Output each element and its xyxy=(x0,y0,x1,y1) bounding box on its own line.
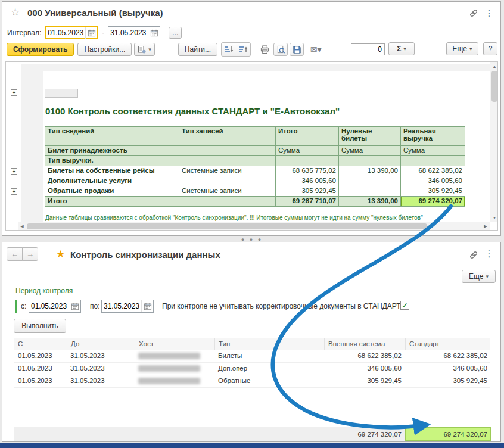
report-cell[interactable]: Системные записи xyxy=(179,186,276,197)
report-cell[interactable]: 13 390,00 xyxy=(339,166,401,176)
link-icon[interactable] xyxy=(469,250,478,260)
scroll-up-icon[interactable]: ▲ xyxy=(490,62,498,70)
back-button[interactable]: ← xyxy=(7,247,23,261)
report-cell[interactable]: 305 929,45 xyxy=(276,186,339,197)
more-button[interactable]: Еще ▾ xyxy=(446,42,478,55)
report-cell[interactable]: 346 005,60 xyxy=(401,176,465,186)
report-col-header[interactable]: Нулевые билеты xyxy=(339,127,401,146)
generate-button[interactable]: Сформировать xyxy=(7,43,74,56)
col-header[interactable]: Стандарт xyxy=(405,338,491,350)
calendar-icon[interactable] xyxy=(148,27,160,39)
period-to-input[interactable] xyxy=(102,301,141,312)
interval-from-input[interactable] xyxy=(46,27,85,38)
col-header[interactable]: Хост xyxy=(135,338,214,350)
expand-group-button[interactable]: + xyxy=(11,89,17,96)
report-col-header[interactable]: Тип записей xyxy=(179,127,276,146)
scrollbar-thumb[interactable] xyxy=(491,71,497,102)
sync-window-titlebar: ← → ★ Контроль синхронизации данных ⋮ xyxy=(2,242,500,264)
report-cell[interactable]: Тип выручки. xyxy=(45,156,276,166)
more-button[interactable]: Еще ▾ xyxy=(462,270,496,283)
col-header[interactable]: До xyxy=(67,338,135,350)
background-window-edge xyxy=(0,443,504,448)
favorite-star-icon[interactable]: ★ xyxy=(56,248,65,260)
report-cell[interactable] xyxy=(179,197,276,207)
interval-more-button[interactable]: ... xyxy=(169,27,182,39)
report-cell[interactable] xyxy=(276,156,339,166)
calendar-icon[interactable] xyxy=(141,300,153,312)
vertical-scrollbar[interactable]: ▲ ▼ xyxy=(490,62,498,222)
table-row[interactable]: 01.05.2023 31.05.2023 Обратные 305 929,4… xyxy=(14,375,490,388)
report-cell[interactable]: Сумма xyxy=(401,146,465,156)
report-col-header[interactable]: Тип сведений xyxy=(45,127,179,146)
mail-icon[interactable]: ✉▾ xyxy=(306,43,326,56)
link-icon[interactable] xyxy=(469,8,478,18)
table-row[interactable]: 01.05.2023 31.05.2023 Доп.опер 346 005,6… xyxy=(14,363,490,375)
preview-icon[interactable] xyxy=(273,43,288,56)
scroll-down-icon[interactable]: ▼ xyxy=(490,213,498,222)
report-cell[interactable]: Сумма xyxy=(276,146,339,156)
table-row[interactable]: 01.05.2023 31.05.2023 Билеты 68 622 385,… xyxy=(14,350,490,363)
expand-group-button[interactable]: + xyxy=(11,168,17,175)
report-cell[interactable]: Системные записи xyxy=(179,166,276,176)
save-icon[interactable] xyxy=(290,43,304,56)
report-cell[interactable]: 69 287 710,07 xyxy=(276,197,339,207)
period-from-field[interactable] xyxy=(29,300,81,313)
report-cell[interactable]: 346 005,60 xyxy=(276,176,339,186)
report-cell[interactable]: Сумма xyxy=(339,146,401,156)
help-button[interactable]: ? xyxy=(483,42,497,55)
sort-asc-icon[interactable] xyxy=(222,43,236,56)
scroll-right-icon[interactable]: ▶ xyxy=(481,222,490,231)
report-cell[interactable] xyxy=(339,186,401,197)
report-cell[interactable]: 68 622 385,02 xyxy=(401,166,465,176)
interval-from-field[interactable] xyxy=(45,26,98,39)
redacted-host xyxy=(138,353,200,359)
sum-button[interactable]: Σ ▾ xyxy=(388,42,415,55)
report-cell[interactable]: 13 390,00 xyxy=(339,197,401,207)
interval-to-field[interactable] xyxy=(108,26,160,39)
dropdown-icon: ▾ xyxy=(486,273,489,279)
report-cell[interactable] xyxy=(179,176,276,186)
highlighted-total-cell[interactable]: 69 274 320,07 xyxy=(401,197,465,207)
report-cell[interactable]: 68 635 775,02 xyxy=(276,166,339,176)
scrollbar-thumb[interactable] xyxy=(27,223,427,229)
report-cell[interactable]: Обратные продажи xyxy=(45,186,179,197)
totals-row: 69 274 320,07 69 274 320,07 xyxy=(14,427,490,441)
col-header[interactable]: Тип xyxy=(214,338,324,350)
redacted-host xyxy=(138,365,200,372)
report-cell[interactable]: Билеты на собственные рейсы xyxy=(45,166,179,176)
report-variants-button[interactable]: ▾ xyxy=(134,43,155,56)
report-cell[interactable] xyxy=(401,156,465,166)
collapsed-group-cell[interactable] xyxy=(45,89,78,98)
interval-to-input[interactable] xyxy=(108,27,148,38)
col-header[interactable]: С xyxy=(14,338,67,350)
skip-corrections-checkbox[interactable]: ✓ xyxy=(400,301,409,310)
period-from-input[interactable] xyxy=(29,301,69,312)
find-button[interactable]: Найти... xyxy=(178,43,217,56)
report-cell[interactable]: Дополнительные услуги xyxy=(45,176,179,186)
settings-button[interactable]: Настройки... xyxy=(77,43,132,56)
counter-input[interactable] xyxy=(351,43,385,55)
horizontal-scrollbar[interactable]: ◀ ▶ xyxy=(18,222,490,230)
calendar-icon[interactable] xyxy=(69,300,80,312)
scroll-left-icon[interactable]: ◀ xyxy=(18,222,26,231)
forward-button[interactable]: → xyxy=(22,247,38,261)
period-to-field[interactable] xyxy=(101,300,154,313)
more-vertical-icon[interactable]: ⋮ xyxy=(484,8,494,18)
sync-table-header[interactable]: С До Хост Тип Внешняя система Стандарт xyxy=(14,338,490,350)
report-cell[interactable]: 305 929,45 xyxy=(401,186,465,197)
print-icon[interactable] xyxy=(257,43,272,56)
run-button[interactable]: Выполнить xyxy=(14,319,66,333)
report-col-header[interactable]: Итого xyxy=(276,127,339,146)
period-from-label: с: xyxy=(21,302,26,310)
favorite-star-icon[interactable]: ☆ xyxy=(11,6,20,18)
report-col-header[interactable]: Реальная выручка xyxy=(401,127,465,146)
sort-desc-icon[interactable] xyxy=(236,43,250,56)
report-cell[interactable] xyxy=(339,156,401,166)
expand-group-button[interactable]: + xyxy=(11,188,17,195)
calendar-icon[interactable] xyxy=(85,27,97,39)
col-header[interactable]: Внешняя система xyxy=(324,338,405,350)
report-cell[interactable] xyxy=(339,176,401,186)
report-cell[interactable]: Билет принадлежность xyxy=(45,146,276,156)
report-cell[interactable]: Итого xyxy=(45,197,179,207)
more-vertical-icon[interactable]: ⋮ xyxy=(484,249,494,259)
